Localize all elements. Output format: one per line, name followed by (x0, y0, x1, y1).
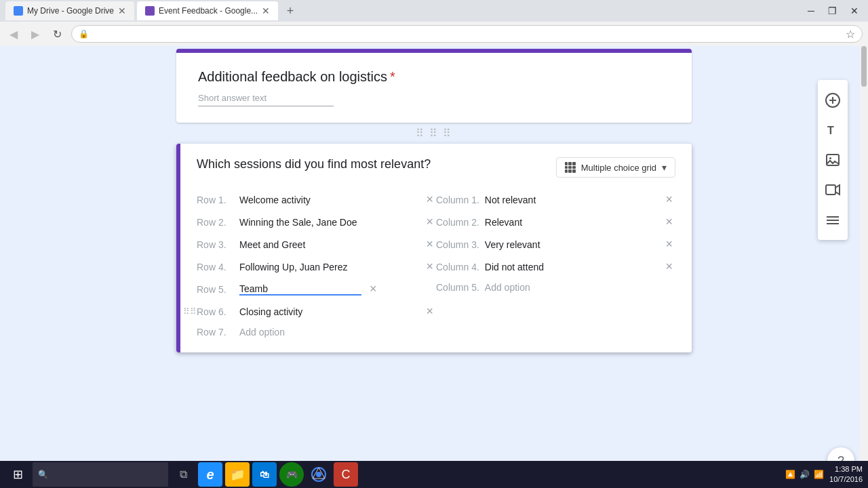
add-image-button[interactable] (818, 145, 848, 175)
row-2-delete[interactable]: × (423, 215, 436, 229)
row-1-delete[interactable]: × (423, 192, 436, 207)
row-3-label: Row 3. (197, 239, 234, 250)
tray-clock: 1:38 PM 10/7/2016 (829, 464, 863, 485)
svg-rect-6 (826, 185, 835, 195)
svg-point-5 (829, 157, 831, 159)
row-2-label: Row 2. (197, 217, 234, 228)
row-3-delete[interactable]: × (423, 237, 436, 251)
row-5-delete[interactable]: × (367, 282, 380, 296)
row-7[interactable]: Row 7. Add option (197, 323, 436, 342)
col-4-delete[interactable]: × (663, 260, 675, 274)
form-container: Additional feedback on logistics* Short … (0, 46, 868, 488)
grid-body: Row 1. Welcome activity × Row 2. Winning… (180, 188, 692, 352)
browser-chrome: My Drive - Google Drive ✕ Event Feedback… (0, 0, 868, 46)
col-2: Column 2. Relevant × (436, 211, 675, 233)
tab-drive-close[interactable]: ✕ (118, 5, 126, 16)
required-indicator: * (390, 69, 395, 84)
col-5-add-option[interactable]: Add option (485, 282, 675, 293)
svg-point-12 (316, 472, 321, 477)
rows-section: Row 1. Welcome activity × Row 2. Winning… (197, 188, 436, 342)
row-7-label: Row 7. (197, 327, 234, 338)
top-question-text: Additional feedback on logistics (198, 69, 387, 84)
tray-icons: 🔼 🔊 📶 (785, 470, 824, 479)
minimize-button[interactable]: ─ (804, 5, 818, 16)
refresh-button[interactable]: ↻ (49, 26, 66, 42)
scrollbar-thumb[interactable] (861, 46, 867, 87)
video-icon (825, 182, 841, 198)
col-5-label: Column 5. (436, 282, 479, 293)
type-selector[interactable]: Multiple choice grid ▾ (556, 157, 675, 178)
row-4-delete[interactable]: × (423, 260, 436, 274)
back-button[interactable]: ◀ (5, 26, 22, 42)
col-1-value: Not relevant (485, 195, 658, 205)
folder-icon[interactable]: 📁 (225, 462, 250, 487)
add-video-button[interactable] (818, 175, 848, 205)
add-question-button[interactable] (818, 85, 848, 115)
row-5-input[interactable] (239, 283, 361, 296)
col-4: Column 4. Did not attend × (436, 256, 675, 278)
title-bar: My Drive - Google Drive ✕ Event Feedback… (0, 0, 868, 22)
system-tray: 🔼 🔊 📶 1:38 PM 10/7/2016 (785, 464, 863, 485)
col-4-value: Did not attend (485, 262, 658, 272)
store-icon[interactable]: 🛍 (252, 462, 277, 487)
maximize-button[interactable]: ❐ (824, 5, 841, 16)
search-bar[interactable]: 🔍 (33, 462, 168, 487)
row-4: Row 4. Following Up, Juan Perez × (197, 256, 436, 278)
address-bar-row: ◀ ▶ ↻ 🔒 ☆ (0, 22, 868, 46)
forms-tab-icon (145, 6, 155, 16)
col-5[interactable]: Column 5. Add option (436, 278, 675, 297)
top-card: Additional feedback on logistics* Short … (176, 49, 692, 123)
add-section-button[interactable] (818, 205, 848, 235)
svg-text:T: T (827, 125, 834, 136)
col-3-value: Very relevant (485, 239, 658, 250)
red-app-icon[interactable]: C (334, 462, 358, 487)
ie-icon[interactable]: e (198, 462, 222, 487)
chrome-icon[interactable] (307, 462, 331, 487)
col-2-value: Relevant (485, 217, 658, 228)
new-tab-button[interactable]: + (281, 1, 300, 20)
grid-question-text: Which sessions did you find most relevan… (197, 157, 431, 171)
row-2-value: Winning the Sale, Jane Doe (239, 217, 418, 228)
row-1-label: Row 1. (197, 195, 234, 205)
page-content: Additional feedback on logistics* Short … (0, 46, 868, 488)
forward-button[interactable]: ▶ (27, 26, 43, 42)
row-7-add-option[interactable]: Add option (239, 327, 436, 338)
col-1-delete[interactable]: × (663, 192, 675, 207)
main-card: Which sessions did you find most relevan… (176, 144, 692, 352)
side-toolbar: T (818, 80, 848, 240)
tab-forms[interactable]: Event Feedback - Google... ✕ (137, 1, 278, 20)
plus-circle-icon (825, 92, 841, 108)
task-view-button[interactable]: ⧉ (171, 462, 195, 487)
row-2: Row 2. Winning the Sale, Jane Doe × (197, 211, 436, 233)
row-6: ⠿⠿ Row 6. Closing activity × (197, 300, 436, 323)
tab-drive[interactable]: My Drive - Google Drive ✕ (5, 1, 134, 20)
scrollbar[interactable] (860, 46, 868, 488)
grid-question-title[interactable]: Which sessions did you find most relevan… (197, 157, 556, 171)
col-4-label: Column 4. (436, 262, 479, 272)
card-header: Which sessions did you find most relevan… (180, 144, 692, 188)
drive-tab-icon (14, 6, 23, 16)
add-title-button[interactable]: T (818, 115, 848, 145)
row-3-value: Meet and Greet (239, 239, 418, 250)
row-6-label: Row 6. (197, 306, 234, 317)
image-icon (825, 152, 841, 168)
xbox-icon[interactable]: 🎮 (279, 462, 304, 487)
start-button[interactable]: ⊞ (5, 462, 30, 487)
tab-forms-label: Event Feedback - Google... (159, 6, 258, 16)
col-3: Column 3. Very relevant × (436, 233, 675, 256)
row-1: Row 1. Welcome activity × (197, 188, 436, 211)
bookmark-icon[interactable]: ☆ (846, 28, 855, 41)
col-1: Column 1. Not relevant × (436, 188, 675, 211)
row-5: Row 5. × (197, 278, 436, 300)
tab-drive-label: My Drive - Google Drive (27, 6, 114, 16)
col-3-delete[interactable]: × (663, 237, 675, 251)
row-6-delete[interactable]: × (423, 304, 436, 319)
lock-icon: 🔒 (79, 29, 89, 39)
col-2-delete[interactable]: × (663, 215, 675, 229)
close-button[interactable]: ✕ (846, 5, 863, 16)
col-1-label: Column 1. (436, 195, 479, 205)
section-icon (825, 211, 841, 228)
address-bar[interactable]: 🔒 ☆ (71, 25, 863, 43)
row-6-drag[interactable]: ⠿⠿ (183, 306, 197, 317)
tab-forms-close[interactable]: ✕ (262, 5, 270, 16)
